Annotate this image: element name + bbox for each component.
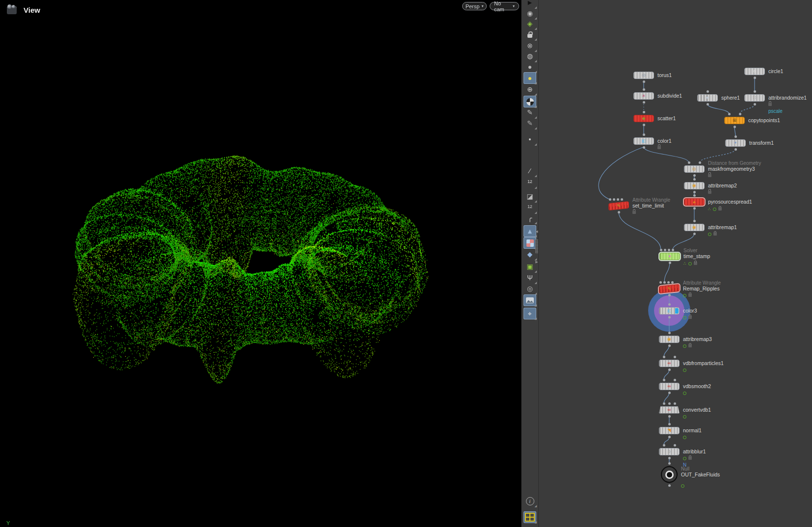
input-port[interactable] bbox=[643, 111, 645, 113]
profile-curve-icon[interactable]: ╭◢ bbox=[524, 212, 536, 224]
input-port[interactable] bbox=[688, 161, 690, 164]
camera-select-menu[interactable]: No cam▾ bbox=[490, 2, 519, 10]
input-port[interactable] bbox=[693, 220, 696, 222]
input-port[interactable] bbox=[674, 444, 676, 447]
viewport-canvas[interactable] bbox=[0, 0, 521, 527]
output-port[interactable] bbox=[693, 191, 696, 193]
input-port[interactable] bbox=[621, 198, 623, 201]
output-port[interactable] bbox=[668, 294, 671, 296]
node-OUT_FakeFluids[interactable]: OUT_FakeFluidsNull bbox=[661, 466, 678, 483]
node-attribrandomize1[interactable]: ∷attribrandomize1pscale bbox=[744, 94, 765, 102]
node-copytopoints1[interactable]: ⊞copytopoints1 bbox=[724, 117, 745, 124]
perspective-menu[interactable]: Persp▾ bbox=[462, 2, 487, 10]
input-port[interactable] bbox=[699, 161, 701, 164]
output-port[interactable] bbox=[693, 233, 696, 235]
output-port[interactable] bbox=[643, 146, 645, 149]
multi-view-icon[interactable]: ◎◢ bbox=[524, 283, 536, 294]
node-normal1[interactable]: ◥normal1 bbox=[659, 427, 680, 434]
output-port[interactable] bbox=[668, 344, 671, 347]
input-port[interactable] bbox=[667, 281, 670, 284]
add-light-icon[interactable]: ⊕◢ bbox=[524, 83, 536, 95]
snapshot-image-icon[interactable]: ◢ bbox=[524, 294, 536, 306]
input-port[interactable] bbox=[734, 135, 737, 138]
node-attribremap2[interactable]: ◉attribremap2 bbox=[684, 182, 705, 189]
input-port[interactable] bbox=[617, 198, 619, 201]
node-color1[interactable]: ◧color1 bbox=[633, 137, 654, 145]
input-port[interactable] bbox=[668, 402, 671, 405]
input-port[interactable] bbox=[664, 249, 666, 251]
input-port[interactable] bbox=[728, 113, 731, 115]
input-port[interactable] bbox=[643, 133, 645, 136]
output-port[interactable] bbox=[734, 148, 737, 151]
input-port[interactable] bbox=[663, 444, 665, 447]
input-port[interactable] bbox=[693, 178, 696, 181]
output-port[interactable] bbox=[618, 211, 620, 213]
show-geometry-pen-icon[interactable]: ✎◢ bbox=[524, 117, 536, 129]
input-port[interactable] bbox=[668, 332, 671, 334]
snap-toggle-icon[interactable]: ◈◢ bbox=[524, 18, 536, 29]
node-color3[interactable]: ◧color3 bbox=[659, 307, 680, 315]
input-port[interactable] bbox=[671, 281, 674, 284]
node-transform1[interactable]: +transform1 bbox=[725, 139, 746, 147]
input-port[interactable] bbox=[663, 281, 666, 284]
headlight-sphere-icon[interactable]: ◍◢ bbox=[524, 50, 536, 62]
input-port[interactable] bbox=[674, 402, 676, 405]
output-port[interactable] bbox=[643, 101, 645, 104]
node-attribblur1[interactable]: ρattribblur1N bbox=[659, 448, 680, 455]
output-port[interactable] bbox=[668, 415, 671, 418]
output-port[interactable] bbox=[754, 103, 756, 105]
input-port[interactable] bbox=[693, 194, 696, 197]
input-port[interactable] bbox=[660, 249, 662, 251]
info-icon[interactable]: i◢ bbox=[524, 495, 536, 507]
texture-checker-icon[interactable]: ◢ bbox=[524, 237, 536, 249]
node-set_time_limit[interactable]: ✎set_time_limitAttribute Wrangle bbox=[608, 202, 629, 210]
input-port[interactable] bbox=[663, 402, 665, 405]
output-port[interactable] bbox=[668, 457, 671, 459]
node-vdbsmooth2[interactable]: ∞vdbsmooth2 bbox=[659, 383, 680, 390]
show-handles-pen-icon[interactable]: ✎◢ bbox=[524, 106, 536, 118]
lock-camera-icon[interactable]: ◢ bbox=[524, 28, 536, 40]
node-time_stamp[interactable]: ●time_stampSolver∴ bbox=[659, 253, 680, 260]
input-port[interactable] bbox=[672, 249, 674, 251]
hq-lighting-bulb-icon[interactable]: ●◢ bbox=[524, 72, 536, 84]
output-port[interactable] bbox=[669, 262, 671, 264]
node-Remap_Ripples[interactable]: ✎Remap_RipplesAttribute Wrangle bbox=[659, 285, 680, 292]
output-port[interactable] bbox=[643, 124, 645, 126]
node-scatter1[interactable]: ◆scatter1 bbox=[633, 115, 654, 122]
node-attribremap1[interactable]: ◉attribremap1 bbox=[684, 224, 705, 231]
network-editor[interactable]: ◎torus1∗subdivide1◆scatter1◧color1○circl… bbox=[538, 0, 812, 527]
input-port[interactable] bbox=[674, 356, 676, 358]
input-port[interactable] bbox=[668, 423, 671, 425]
location-pin-icon[interactable]: ⌖◢ bbox=[524, 308, 536, 319]
3d-viewport[interactable]: View Persp▾ No cam▾ Y bbox=[0, 0, 521, 527]
input-port[interactable] bbox=[643, 88, 645, 91]
input-port[interactable] bbox=[659, 281, 662, 284]
input-port[interactable] bbox=[609, 198, 611, 201]
node-vdbfromparticles1[interactable]: ∞vdbfromparticles1 bbox=[659, 360, 680, 367]
node-attribremap3[interactable]: ◉attribremap3 bbox=[659, 336, 680, 343]
point-numbers-icon[interactable]: ¹²◢ bbox=[524, 177, 536, 188]
node-torus1[interactable]: ◎torus1 bbox=[633, 72, 654, 79]
output-port[interactable] bbox=[733, 126, 736, 128]
prim-marker-icon[interactable]: ◪◢ bbox=[524, 190, 536, 202]
output-port[interactable] bbox=[707, 103, 709, 105]
display-options-icon[interactable]: ◆◢ bbox=[524, 248, 536, 260]
node-sphere1[interactable]: ●sphere1 bbox=[697, 94, 718, 102]
node-pyrosourcespread1[interactable]: ▲pyrosourcespread1∴ bbox=[684, 198, 705, 206]
input-port[interactable] bbox=[707, 90, 709, 93]
node-circle1[interactable]: ○circle1 bbox=[744, 68, 765, 75]
node-maskfromgeometry3[interactable]: ◍maskfromgeometry3Distance from Geometry bbox=[684, 165, 705, 173]
input-port[interactable] bbox=[668, 303, 671, 306]
input-port[interactable] bbox=[668, 249, 670, 251]
node-convertvdb1[interactable]: ∞convertvdb1 bbox=[659, 406, 680, 414]
normals-fan-icon[interactable]: Ψ◢ bbox=[524, 272, 536, 284]
output-port[interactable] bbox=[668, 392, 671, 394]
output-port[interactable] bbox=[693, 207, 696, 210]
display-flag[interactable] bbox=[675, 308, 679, 314]
output-port[interactable] bbox=[693, 174, 696, 177]
output-port[interactable] bbox=[643, 80, 645, 83]
input-port[interactable] bbox=[739, 113, 741, 115]
output-port[interactable] bbox=[668, 369, 671, 371]
input-port[interactable] bbox=[663, 356, 665, 358]
output-port[interactable] bbox=[668, 484, 671, 487]
